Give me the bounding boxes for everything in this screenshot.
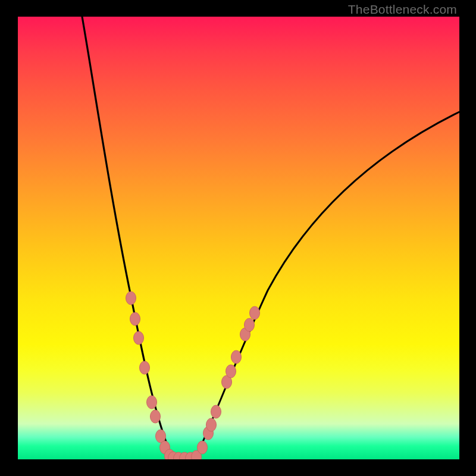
curve-marker — [140, 361, 150, 374]
curve-marker — [147, 396, 157, 409]
chart-frame: TheBottleneck.com — [0, 0, 476, 476]
curve-marker — [151, 410, 161, 423]
curve-marker — [130, 312, 140, 325]
right-curve — [195, 112, 459, 458]
left-curve — [82, 17, 195, 458]
curve-marker — [231, 350, 242, 364]
curve-marker — [206, 418, 217, 431]
curve-marker — [134, 331, 144, 345]
curves-svg — [18, 17, 459, 459]
curve-marker — [211, 405, 221, 418]
curve-marker — [245, 318, 255, 331]
watermark-label: TheBottleneck.com — [348, 2, 457, 17]
curve-marker — [198, 441, 208, 454]
curve-marker — [250, 306, 260, 320]
curve-marker — [226, 365, 236, 378]
marker-group — [126, 292, 260, 459]
curve-marker — [126, 292, 136, 305]
plot-area — [18, 17, 459, 459]
